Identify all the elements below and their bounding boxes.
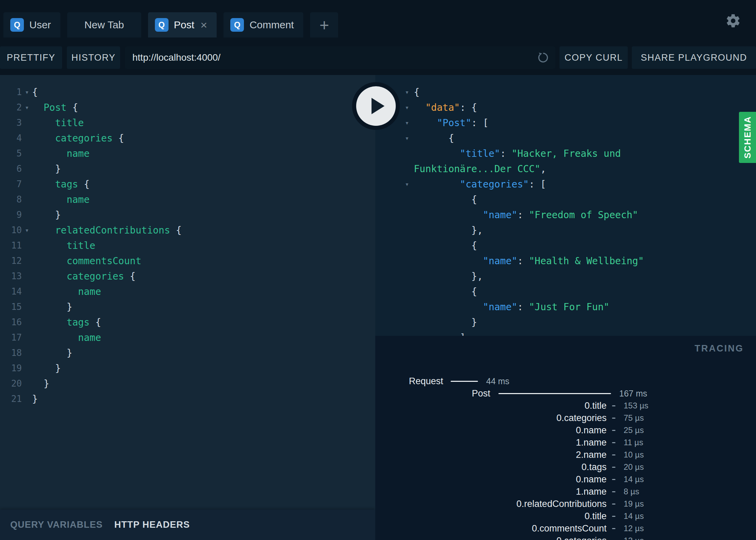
line-number: 20 [0, 376, 22, 391]
query-badge-icon: Q [155, 18, 169, 32]
code-line: Funktionäre...Der CCC", [375, 161, 756, 177]
tracing-row: 2.name10 µs [375, 449, 756, 461]
line-number: 19 [0, 361, 22, 376]
fold-gutter [22, 146, 32, 161]
fold-gutter [22, 192, 32, 207]
line-number: 6 [0, 161, 22, 177]
execute-query-button[interactable] [352, 82, 400, 130]
tab-label: Post [174, 19, 194, 31]
response-code: ▾{▾ "data": {▾ "Post": [▾ { "title": "Ha… [375, 85, 756, 336]
close-tab-icon[interactable]: × [201, 19, 207, 31]
query-editor-code[interactable]: 1▾{2▾ Post {3 title4 categories {5 name6… [0, 85, 375, 407]
prettify-button[interactable]: PRETTIFY [0, 46, 62, 69]
fold-gutter [375, 330, 414, 336]
tracing-title: TRACING [695, 343, 744, 354]
fold-arrow-icon[interactable]: ▾ [375, 131, 414, 146]
fold-arrow-icon[interactable]: ▾ [22, 223, 32, 238]
tracing-row: 1.name8 µs [375, 485, 756, 498]
response-pane: ▾{▾ "data": {▾ "Post": [▾ { "title": "Ha… [375, 75, 756, 336]
tracing-duration-bar [612, 491, 615, 492]
play-button-circle [356, 86, 396, 126]
fold-gutter [22, 345, 32, 361]
fold-gutter [375, 238, 414, 253]
code-line: 4 categories { [0, 131, 375, 146]
tracing-row: 0.title153 µs [375, 400, 756, 412]
code-line: 10▾ relatedContributions { [0, 223, 375, 238]
tab-post[interactable]: Q Post × [148, 12, 217, 38]
fold-gutter [375, 223, 414, 238]
fold-arrow-icon[interactable]: ▾ [375, 177, 414, 192]
fold-gutter [375, 253, 414, 269]
copy-curl-button[interactable]: COPY CURL [559, 46, 628, 69]
tracing-panel: TRACING Request44 msPost167 ms0.title153… [375, 336, 756, 540]
line-number: 16 [0, 315, 22, 330]
fold-gutter [375, 315, 414, 330]
code-line: 13 categories { [0, 269, 375, 284]
fold-gutter [22, 361, 32, 376]
tracing-duration-bar [612, 479, 615, 480]
fold-gutter [375, 146, 414, 161]
fold-gutter [22, 253, 32, 269]
code-line: "title": "Hacker, Freaks und [375, 146, 756, 161]
line-number: 18 [0, 345, 22, 361]
fold-gutter [22, 238, 32, 253]
code-line: 3 title [0, 115, 375, 131]
code-line: ▾ "data": { [375, 100, 756, 115]
tracing-duration-bar [498, 393, 611, 394]
tracing-row: 1.name11 µs [375, 436, 756, 449]
code-line: } [375, 315, 756, 330]
line-number: 21 [0, 391, 22, 407]
query-editor-pane[interactable]: 1▾{2▾ Post {3 title4 categories {5 name6… [0, 75, 375, 540]
settings-gear-icon[interactable] [725, 13, 741, 29]
tracing-row: 0.categories75 µs [375, 412, 756, 424]
new-tab-button[interactable]: + [310, 12, 338, 38]
fold-gutter [375, 161, 414, 177]
fold-gutter [22, 269, 32, 284]
endpoint-url-box [125, 46, 555, 69]
query-badge-icon: Q [230, 18, 244, 32]
query-variables-tab[interactable]: QUERY VARIABLES [10, 520, 103, 530]
tracing-duration-bar [612, 430, 615, 431]
line-number: 17 [0, 330, 22, 345]
http-headers-tab[interactable]: HTTP HEADERS [114, 520, 190, 530]
fold-gutter [22, 177, 32, 192]
code-line: }, [375, 269, 756, 284]
code-line: }, [375, 223, 756, 238]
history-button[interactable]: HISTORY [67, 46, 120, 69]
code-line: 16 tags { [0, 315, 375, 330]
fold-arrow-icon[interactable]: ▾ [22, 100, 32, 115]
tracing-row: Request44 ms [375, 375, 756, 387]
tab-comment[interactable]: Q Comment [223, 12, 303, 38]
line-number: 14 [0, 284, 22, 299]
code-line: ▾ { [375, 131, 756, 146]
code-line: "name": "Freedom of Speech" [375, 207, 756, 223]
tab-label: New Tab [84, 19, 124, 31]
code-line: ] [375, 330, 756, 336]
tracing-row: 0.categories13 µs [375, 535, 756, 540]
code-line: 1▾{ [0, 85, 375, 100]
fold-gutter [22, 115, 32, 131]
code-line: 21} [0, 391, 375, 407]
schema-sidebar-button[interactable]: SCHEMA [739, 112, 756, 163]
line-number: 10 [0, 223, 22, 238]
tracing-row: 0.name14 µs [375, 473, 756, 485]
code-line: 7 tags { [0, 177, 375, 192]
tab-new-tab[interactable]: New Tab [67, 12, 141, 38]
fold-gutter [375, 192, 414, 207]
share-playground-button[interactable]: SHARE PLAYGROUND [632, 46, 756, 69]
tracing-duration-bar [612, 418, 615, 419]
query-badge-icon: Q [10, 18, 24, 32]
reload-schema-icon[interactable] [537, 51, 549, 64]
code-line: 17 name [0, 330, 375, 345]
code-line: { [375, 284, 756, 299]
code-line: 2▾ Post { [0, 100, 375, 115]
endpoint-url-input[interactable] [132, 52, 537, 63]
line-number: 15 [0, 299, 22, 315]
code-line: ▾ "Post": [ [375, 115, 756, 131]
line-number: 5 [0, 146, 22, 161]
fold-gutter [22, 284, 32, 299]
tab-user[interactable]: Q User [3, 12, 60, 38]
fold-gutter [375, 269, 414, 284]
line-number: 12 [0, 253, 22, 269]
fold-arrow-icon[interactable]: ▾ [22, 85, 32, 100]
